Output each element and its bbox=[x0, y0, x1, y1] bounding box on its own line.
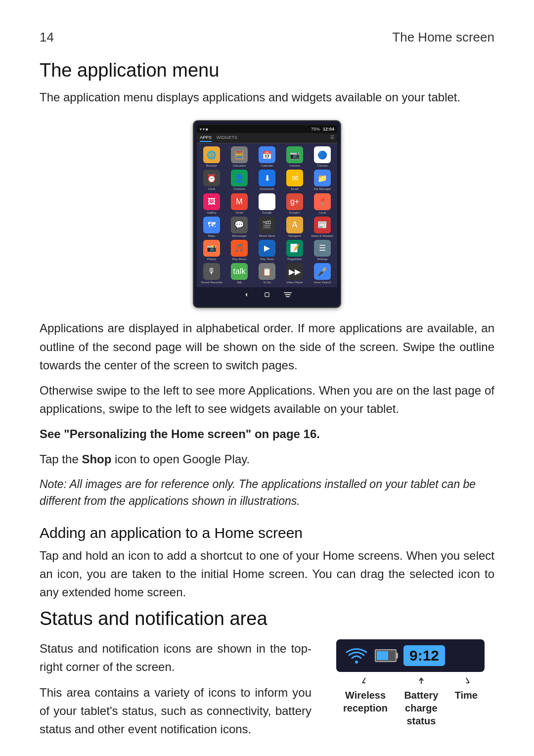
app-item[interactable]: ANavigator bbox=[282, 217, 308, 238]
time-label-group: Time bbox=[455, 677, 478, 727]
app-icon: ▶▶ bbox=[286, 263, 303, 280]
app-item[interactable]: 🎤Voice Search bbox=[310, 263, 335, 284]
app-label: Messenger bbox=[232, 234, 247, 238]
app-item[interactable]: 🔵Chrome bbox=[310, 146, 335, 168]
wireless-label: Wirelessreception bbox=[343, 689, 388, 714]
arrow-time-icon bbox=[461, 677, 471, 687]
status-notification-box: 9:12 bbox=[336, 639, 485, 672]
app-icon: 🎵 bbox=[231, 240, 248, 257]
battery-tip bbox=[396, 653, 398, 659]
status-description1: Status and notification icons are shown … bbox=[40, 639, 312, 676]
app-item[interactable]: 📋To Do bbox=[254, 263, 280, 284]
arrow-battery-icon bbox=[416, 677, 426, 687]
app-label: Play Store bbox=[260, 258, 274, 261]
app-icon: ⬇ bbox=[259, 170, 275, 186]
app-icon: 🗺 bbox=[203, 217, 220, 233]
app-item[interactable]: ▶▶Video Player bbox=[282, 263, 308, 284]
svg-line-11 bbox=[466, 678, 469, 683]
app-item[interactable]: ▶Play Store bbox=[254, 240, 280, 261]
app-item[interactable]: 💬Messenger bbox=[226, 217, 252, 238]
app-item[interactable]: talkTalk bbox=[226, 263, 252, 284]
status-section: Status and notification area Status and … bbox=[40, 608, 494, 745]
app-label: Gmail bbox=[235, 211, 243, 215]
app-label: Sound Recorder bbox=[201, 281, 222, 284]
app-menu-description: The application menu displays applicatio… bbox=[40, 88, 494, 106]
app-label: Chrome bbox=[317, 164, 327, 168]
arrow-wireless-icon bbox=[360, 677, 370, 687]
app-icon: 📍 bbox=[314, 193, 331, 210]
tab-widgets[interactable]: WIDGETS bbox=[217, 135, 237, 142]
app-item[interactable]: 🌐Browser bbox=[199, 146, 224, 168]
app-item[interactable]: 📍Local bbox=[310, 193, 335, 215]
app-icon: 🎬 bbox=[259, 217, 275, 233]
tablet-settings-btn[interactable]: ☰ bbox=[330, 135, 334, 142]
app-label: Maps bbox=[208, 234, 216, 238]
app-item[interactable]: GGoogle bbox=[254, 193, 280, 215]
recent-nav-btn[interactable] bbox=[283, 290, 292, 299]
status-text-col: Status and notification icons are shown … bbox=[40, 639, 312, 745]
app-menu-note: Note: All images are for reference only.… bbox=[40, 476, 494, 510]
app-item[interactable]: 🎬Movie Store bbox=[254, 217, 280, 238]
app-item[interactable]: 🗺Maps bbox=[199, 217, 224, 238]
adding-description: Tap and hold an icon to add a shortcut t… bbox=[40, 546, 494, 602]
app-icon: 💬 bbox=[231, 217, 248, 233]
app-item[interactable]: ⏰Clock bbox=[199, 170, 224, 191]
status-area-layout: Status and notification icons are shown … bbox=[40, 639, 494, 745]
application-menu-section: The application menu The application men… bbox=[40, 60, 494, 510]
app-item[interactable]: 🎙Sound Recorder bbox=[199, 263, 224, 284]
back-nav-btn[interactable] bbox=[242, 290, 251, 299]
svg-rect-4 bbox=[286, 296, 290, 297]
app-item[interactable]: 📁File Manager bbox=[310, 170, 335, 191]
app-label: Photos bbox=[207, 258, 217, 261]
app-label: Navigator bbox=[288, 234, 301, 238]
tab-apps[interactable]: APPS bbox=[200, 135, 212, 142]
app-menu-bold: See "Personalizing the Home screen" on p… bbox=[40, 425, 494, 443]
app-icon: M bbox=[231, 193, 248, 210]
app-label: Video Player bbox=[286, 281, 303, 284]
app-label: Gallery bbox=[207, 211, 216, 215]
app-label: Google bbox=[262, 211, 271, 215]
time-label: Time bbox=[455, 689, 478, 702]
app-icon: 📅 bbox=[259, 146, 275, 163]
app-item[interactable]: 🖼Gallery bbox=[199, 193, 224, 215]
app-label: Local bbox=[319, 211, 326, 215]
app-item[interactable]: 📸Photos bbox=[199, 240, 224, 261]
app-icon: 📸 bbox=[203, 240, 220, 257]
app-item[interactable]: ⬇Downloads bbox=[254, 170, 280, 191]
tablet-status-time: 12:04 bbox=[323, 127, 334, 132]
svg-point-5 bbox=[355, 661, 358, 664]
tablet-status-bar: ▾ ▾ ■ 75% 12:04 bbox=[197, 125, 337, 133]
app-item[interactable]: 👤Contacts bbox=[226, 170, 252, 191]
app-item[interactable]: 📰News & Weather bbox=[310, 217, 335, 238]
home-nav-btn[interactable] bbox=[263, 290, 271, 299]
status-description2: This area contains a variety of icons to… bbox=[40, 683, 312, 739]
app-item[interactable]: ☰Settings bbox=[310, 240, 335, 261]
app-menu-paragraph1: Applications are displayed in alphabetic… bbox=[40, 319, 494, 374]
app-label: PageEditor bbox=[287, 258, 302, 261]
app-item[interactable]: ✉Email bbox=[282, 170, 308, 191]
app-item[interactable]: 📝PageEditor bbox=[282, 240, 308, 261]
app-label: Downloads bbox=[260, 187, 274, 191]
status-title: Status and notification area bbox=[40, 608, 494, 629]
app-icon: 🔵 bbox=[314, 146, 331, 163]
app-item[interactable]: 📅Calendar bbox=[254, 146, 280, 168]
app-item[interactable]: g+Google+ bbox=[282, 193, 308, 215]
app-item[interactable]: 🎵Play Music bbox=[226, 240, 252, 261]
tablet-tab-bar: APPS WIDGETS ☰ bbox=[197, 133, 337, 143]
app-menu-title: The application menu bbox=[40, 60, 494, 81]
svg-rect-2 bbox=[284, 292, 292, 293]
app-label: Camera bbox=[289, 164, 300, 168]
app-icon: ▶ bbox=[259, 240, 275, 257]
battery-fill bbox=[377, 651, 388, 660]
app-icon: 📝 bbox=[286, 240, 303, 257]
app-item[interactable]: 🧮Calculator bbox=[226, 146, 252, 168]
app-label: Talk bbox=[237, 281, 242, 284]
app-icon: G bbox=[259, 193, 275, 210]
wifi-signal-icon: ▾ bbox=[200, 127, 202, 132]
app-item[interactable]: MGmail bbox=[226, 193, 252, 215]
tablet-nav-bar bbox=[197, 287, 337, 300]
app-label: File Manager bbox=[313, 187, 331, 191]
app-label: Calendar bbox=[261, 164, 273, 168]
app-item[interactable]: 📷Camera bbox=[282, 146, 308, 168]
tablet-screenshot-wrapper: ▾ ▾ ■ 75% 12:04 APPS WIDGETS ☰ 🌐Browser🧮… bbox=[40, 120, 494, 308]
